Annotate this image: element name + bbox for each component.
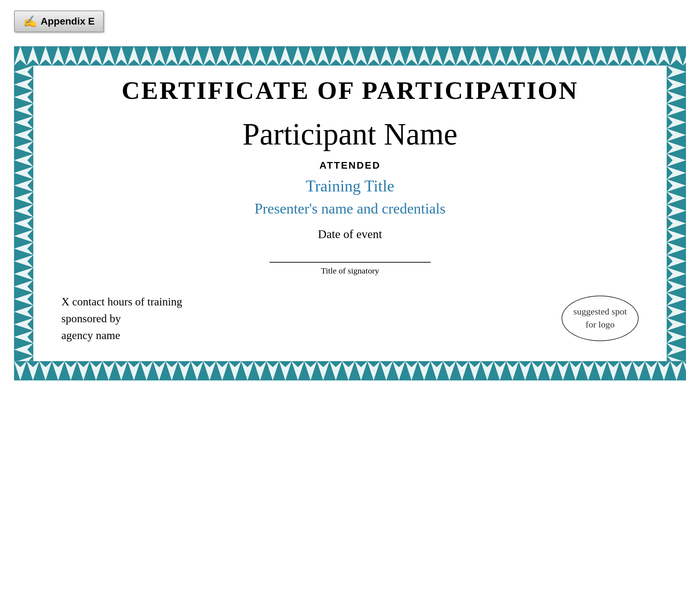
participant-name: Participant Name — [54, 116, 646, 153]
left-border — [14, 66, 33, 361]
svg-rect-5 — [14, 66, 33, 361]
appendix-button[interactable]: ✍ Appendix E — [14, 11, 104, 32]
training-title: Training Title — [54, 177, 646, 195]
bottom-border — [14, 361, 686, 380]
contact-hours: X contact hours of training sponsored by… — [61, 293, 182, 344]
svg-rect-8 — [667, 66, 686, 361]
certificate-title: Certificate of Participation — [54, 76, 646, 105]
signature-label: Title of signatory — [321, 266, 379, 276]
attended-label: ATTENDED — [54, 160, 646, 171]
date-of-event: Date of event — [54, 228, 646, 241]
svg-rect-11 — [14, 361, 686, 380]
certificate-container: Certificate of Participation Participant… — [14, 46, 686, 380]
top-border — [14, 46, 686, 66]
certificate-content: Certificate of Participation Participant… — [33, 66, 667, 361]
logo-text: suggested spot for logo — [573, 305, 627, 331]
appendix-label: Appendix E — [41, 16, 95, 27]
presenter-name: Presenter's name and credentials — [54, 200, 646, 217]
svg-rect-2 — [14, 46, 686, 66]
bottom-section: X contact hours of training sponsored by… — [54, 293, 646, 344]
handwriting-icon: ✍ — [23, 15, 37, 28]
signature-line — [270, 262, 431, 263]
left-border-svg — [14, 66, 33, 361]
logo-spot: suggested spot for logo — [562, 296, 639, 341]
right-border — [667, 66, 686, 361]
right-border-svg — [667, 66, 686, 361]
signature-area: Title of signatory — [54, 262, 646, 276]
certificate-body: Certificate of Participation Participant… — [14, 66, 686, 361]
